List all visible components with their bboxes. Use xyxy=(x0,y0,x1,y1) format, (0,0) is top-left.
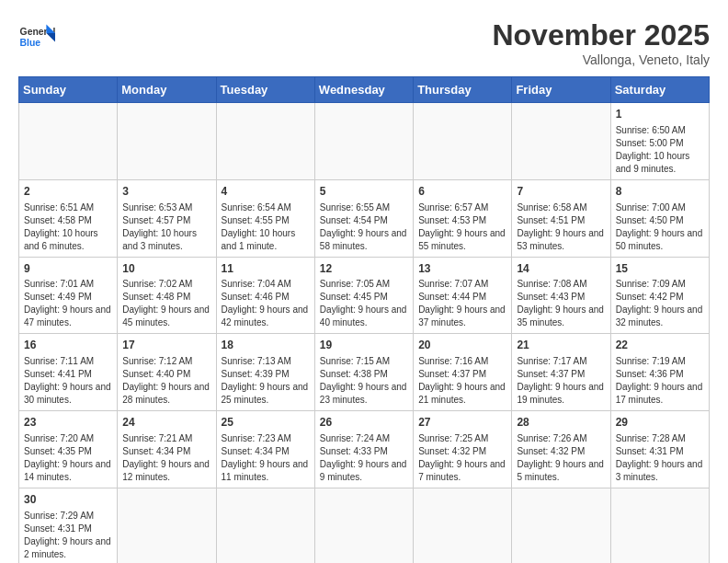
day-number: 8 xyxy=(616,184,704,200)
calendar-cell: 7Sunrise: 6:58 AM Sunset: 4:51 PM Daylig… xyxy=(512,179,610,257)
calendar-cell xyxy=(414,103,512,180)
calendar-cell: 4Sunrise: 6:54 AM Sunset: 4:55 PM Daylig… xyxy=(216,179,314,257)
calendar-cell: 16Sunrise: 7:11 AM Sunset: 4:41 PM Dayli… xyxy=(19,334,118,411)
calendar-week-row: 2Sunrise: 6:51 AM Sunset: 4:58 PM Daylig… xyxy=(19,179,710,257)
day-of-week-header: Thursday xyxy=(414,77,512,103)
calendar-cell: 23Sunrise: 7:20 AM Sunset: 4:35 PM Dayli… xyxy=(19,411,118,488)
calendar-table: SundayMondayTuesdayWednesdayThursdayFrid… xyxy=(18,76,710,563)
calendar-cell: 14Sunrise: 7:08 AM Sunset: 4:43 PM Dayli… xyxy=(512,257,610,334)
calendar-cell: 11Sunrise: 7:04 AM Sunset: 4:46 PM Dayli… xyxy=(216,257,314,334)
day-info: Sunrise: 7:09 AM Sunset: 4:42 PM Dayligh… xyxy=(616,279,703,327)
day-info: Sunrise: 7:15 AM Sunset: 4:38 PM Dayligh… xyxy=(320,356,407,405)
calendar-cell: 5Sunrise: 6:55 AM Sunset: 4:54 PM Daylig… xyxy=(314,179,413,257)
calendar-cell xyxy=(512,103,610,180)
day-number: 21 xyxy=(517,338,605,353)
day-number: 22 xyxy=(616,338,704,353)
day-number: 25 xyxy=(222,415,310,431)
day-number: 3 xyxy=(122,184,210,200)
calendar-cell: 30Sunrise: 7:29 AM Sunset: 4:31 PM Dayli… xyxy=(19,488,118,563)
day-info: Sunrise: 6:50 AM Sunset: 5:00 PM Dayligh… xyxy=(616,125,690,174)
logo: General Blue xyxy=(18,18,55,55)
day-number: 27 xyxy=(418,415,506,431)
day-info: Sunrise: 7:12 AM Sunset: 4:40 PM Dayligh… xyxy=(122,356,210,405)
day-number: 17 xyxy=(122,338,210,353)
day-number: 7 xyxy=(517,184,605,200)
calendar-week-row: 23Sunrise: 7:20 AM Sunset: 4:35 PM Dayli… xyxy=(19,411,710,488)
day-of-week-header: Sunday xyxy=(19,77,118,103)
calendar-week-row: 16Sunrise: 7:11 AM Sunset: 4:41 PM Dayli… xyxy=(19,334,710,411)
day-info: Sunrise: 7:29 AM Sunset: 4:31 PM Dayligh… xyxy=(24,511,111,559)
calendar-cell: 13Sunrise: 7:07 AM Sunset: 4:44 PM Dayli… xyxy=(414,257,512,334)
logo-icon: General Blue xyxy=(18,18,55,55)
calendar-cell xyxy=(19,103,118,180)
calendar-cell xyxy=(314,488,413,563)
svg-marker-3 xyxy=(46,33,55,42)
day-number: 18 xyxy=(222,338,310,353)
day-number: 29 xyxy=(616,415,704,431)
day-info: Sunrise: 7:20 AM Sunset: 4:35 PM Dayligh… xyxy=(24,433,111,482)
day-number: 30 xyxy=(24,492,112,508)
day-info: Sunrise: 7:28 AM Sunset: 4:31 PM Dayligh… xyxy=(616,433,703,482)
day-info: Sunrise: 6:55 AM Sunset: 4:54 PM Dayligh… xyxy=(320,202,407,251)
day-info: Sunrise: 6:58 AM Sunset: 4:51 PM Dayligh… xyxy=(517,202,604,251)
day-of-week-header: Wednesday xyxy=(314,77,413,103)
day-of-week-header: Tuesday xyxy=(216,77,314,103)
day-info: Sunrise: 7:16 AM Sunset: 4:37 PM Dayligh… xyxy=(418,356,506,405)
day-number: 26 xyxy=(320,415,408,431)
day-info: Sunrise: 7:04 AM Sunset: 4:46 PM Dayligh… xyxy=(222,279,309,327)
day-info: Sunrise: 6:57 AM Sunset: 4:53 PM Dayligh… xyxy=(418,202,506,251)
day-number: 12 xyxy=(320,261,408,277)
calendar-cell: 3Sunrise: 6:53 AM Sunset: 4:57 PM Daylig… xyxy=(118,179,216,257)
svg-text:Blue: Blue xyxy=(20,38,41,48)
calendar-cell: 26Sunrise: 7:24 AM Sunset: 4:33 PM Dayli… xyxy=(314,411,413,488)
day-number: 16 xyxy=(24,338,112,353)
calendar-cell xyxy=(118,488,216,563)
calendar-cell: 9Sunrise: 7:01 AM Sunset: 4:49 PM Daylig… xyxy=(19,257,118,334)
calendar-cell: 12Sunrise: 7:05 AM Sunset: 4:45 PM Dayli… xyxy=(314,257,413,334)
calendar-cell: 25Sunrise: 7:23 AM Sunset: 4:34 PM Dayli… xyxy=(216,411,314,488)
calendar-week-row: 30Sunrise: 7:29 AM Sunset: 4:31 PM Dayli… xyxy=(19,488,710,563)
calendar-cell: 8Sunrise: 7:00 AM Sunset: 4:50 PM Daylig… xyxy=(610,179,709,257)
day-number: 6 xyxy=(418,184,506,200)
calendar-cell xyxy=(414,488,512,563)
day-info: Sunrise: 7:17 AM Sunset: 4:37 PM Dayligh… xyxy=(517,356,604,405)
day-info: Sunrise: 6:51 AM Sunset: 4:58 PM Dayligh… xyxy=(24,202,98,251)
calendar-cell: 27Sunrise: 7:25 AM Sunset: 4:32 PM Dayli… xyxy=(414,411,512,488)
calendar-cell: 2Sunrise: 6:51 AM Sunset: 4:58 PM Daylig… xyxy=(19,179,118,257)
day-info: Sunrise: 7:01 AM Sunset: 4:49 PM Dayligh… xyxy=(24,279,111,327)
day-info: Sunrise: 7:05 AM Sunset: 4:45 PM Dayligh… xyxy=(320,279,407,327)
day-number: 9 xyxy=(24,261,112,277)
day-info: Sunrise: 6:54 AM Sunset: 4:55 PM Dayligh… xyxy=(222,202,296,251)
calendar-cell: 19Sunrise: 7:15 AM Sunset: 4:38 PM Dayli… xyxy=(314,334,413,411)
calendar-cell: 29Sunrise: 7:28 AM Sunset: 4:31 PM Dayli… xyxy=(610,411,709,488)
day-info: Sunrise: 7:08 AM Sunset: 4:43 PM Dayligh… xyxy=(517,279,604,327)
day-of-week-header: Saturday xyxy=(610,77,709,103)
day-info: Sunrise: 7:24 AM Sunset: 4:33 PM Dayligh… xyxy=(320,433,407,482)
day-number: 11 xyxy=(222,261,310,277)
day-number: 4 xyxy=(222,184,310,200)
calendar-week-row: 1Sunrise: 6:50 AM Sunset: 5:00 PM Daylig… xyxy=(19,103,710,180)
calendar-cell: 28Sunrise: 7:26 AM Sunset: 4:32 PM Dayli… xyxy=(512,411,610,488)
calendar-cell xyxy=(216,103,314,180)
day-info: Sunrise: 6:53 AM Sunset: 4:57 PM Dayligh… xyxy=(122,202,197,251)
calendar-cell xyxy=(512,488,610,563)
page-header: General Blue November 2025 Vallonga, Ven… xyxy=(18,18,710,67)
day-number: 13 xyxy=(418,261,506,277)
calendar-cell: 10Sunrise: 7:02 AM Sunset: 4:48 PM Dayli… xyxy=(118,257,216,334)
day-info: Sunrise: 7:25 AM Sunset: 4:32 PM Dayligh… xyxy=(418,433,506,482)
location: Vallonga, Veneto, Italy xyxy=(492,52,710,67)
title-block: November 2025 Vallonga, Veneto, Italy xyxy=(492,18,710,67)
calendar-week-row: 9Sunrise: 7:01 AM Sunset: 4:49 PM Daylig… xyxy=(19,257,710,334)
day-of-week-header: Friday xyxy=(512,77,610,103)
month-title: November 2025 xyxy=(492,18,710,52)
calendar-cell: 15Sunrise: 7:09 AM Sunset: 4:42 PM Dayli… xyxy=(610,257,709,334)
calendar-cell: 18Sunrise: 7:13 AM Sunset: 4:39 PM Dayli… xyxy=(216,334,314,411)
calendar-cell: 21Sunrise: 7:17 AM Sunset: 4:37 PM Dayli… xyxy=(512,334,610,411)
day-info: Sunrise: 7:19 AM Sunset: 4:36 PM Dayligh… xyxy=(616,356,703,405)
day-number: 23 xyxy=(24,415,112,431)
calendar-cell: 17Sunrise: 7:12 AM Sunset: 4:40 PM Dayli… xyxy=(118,334,216,411)
day-number: 20 xyxy=(418,338,506,353)
calendar-cell: 22Sunrise: 7:19 AM Sunset: 4:36 PM Dayli… xyxy=(610,334,709,411)
day-number: 2 xyxy=(24,184,112,200)
day-number: 1 xyxy=(616,107,704,122)
